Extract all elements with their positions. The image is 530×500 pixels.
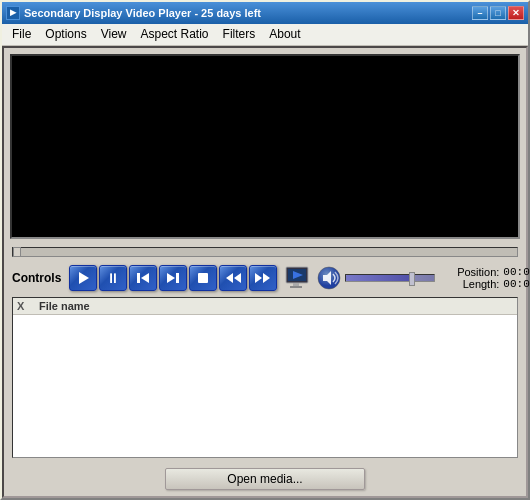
volume-slider-area <box>345 274 435 282</box>
title-bar-left: ▶ Secondary Display Video Player - 25 da… <box>6 6 261 20</box>
menu-about[interactable]: About <box>263 25 306 43</box>
monitor-icon[interactable] <box>285 265 313 291</box>
menu-bar: File Options View Aspect Ratio Filters A… <box>2 24 528 46</box>
volume-icon[interactable] <box>317 265 341 291</box>
stop-button[interactable] <box>189 265 217 291</box>
controls-section: Controls <box>4 261 526 295</box>
monitor-svg <box>285 266 313 290</box>
menu-view[interactable]: View <box>95 25 133 43</box>
svg-rect-2 <box>176 273 179 283</box>
volume-track[interactable] <box>345 274 435 282</box>
position-info: Position: 00:00:00.00 Length: 00:00:00.0… <box>439 266 530 290</box>
svg-marker-5 <box>234 273 241 283</box>
svg-marker-6 <box>255 273 262 283</box>
length-row: Length: 00:00:00.00 <box>439 278 530 290</box>
title-bar: ▶ Secondary Display Video Player - 25 da… <box>2 2 528 24</box>
open-media-button[interactable]: Open media... <box>165 468 365 490</box>
open-media-row: Open media... <box>4 464 526 496</box>
rewind-button[interactable] <box>219 265 247 291</box>
svg-marker-7 <box>263 273 270 283</box>
svg-rect-0 <box>137 273 140 283</box>
svg-rect-12 <box>290 286 302 288</box>
playlist-header: X File name <box>13 298 517 315</box>
playlist-area: X File name <box>12 297 518 458</box>
close-button[interactable]: ✕ <box>508 6 524 20</box>
menu-filters[interactable]: Filters <box>217 25 262 43</box>
prev-icon <box>135 270 151 286</box>
main-window: ▶ Secondary Display Video Player - 25 da… <box>0 0 530 500</box>
playlist-col-x-header: X <box>17 300 39 312</box>
forward-icon <box>254 270 272 286</box>
video-display <box>10 54 520 239</box>
playlist-col-name-header: File name <box>39 300 513 312</box>
prev-button[interactable] <box>129 265 157 291</box>
progress-track[interactable] <box>12 247 518 257</box>
position-row: Position: 00:00:00.00 <box>439 266 530 278</box>
next-button[interactable] <box>159 265 187 291</box>
controls-label: Controls <box>12 271 61 285</box>
forward-button[interactable] <box>249 265 277 291</box>
window-content: Controls <box>2 46 528 498</box>
window-title: Secondary Display Video Player - 25 days… <box>24 7 261 19</box>
menu-file[interactable]: File <box>6 25 37 43</box>
menu-options[interactable]: Options <box>39 25 92 43</box>
playlist-body <box>13 315 517 454</box>
pause-button[interactable] <box>99 265 127 291</box>
maximize-button[interactable]: □ <box>490 6 506 20</box>
length-label: Length: <box>439 278 499 290</box>
rewind-icon <box>224 270 242 286</box>
svg-marker-4 <box>226 273 233 283</box>
title-controls: – □ ✕ <box>472 6 524 20</box>
transport-buttons <box>69 265 277 291</box>
progress-area[interactable] <box>4 245 526 261</box>
position-label: Position: <box>439 266 499 278</box>
volume-handle[interactable] <box>409 272 415 286</box>
svg-rect-11 <box>293 283 299 286</box>
svg-marker-1 <box>141 273 149 283</box>
position-value: 00:00:00.00 <box>503 266 530 278</box>
progress-thumb[interactable] <box>13 247 21 257</box>
length-value: 00:00:00.00 <box>503 278 530 290</box>
svg-marker-3 <box>167 273 175 283</box>
speaker-icon <box>317 266 341 290</box>
next-icon <box>165 270 181 286</box>
menu-aspect-ratio[interactable]: Aspect Ratio <box>135 25 215 43</box>
app-icon: ▶ <box>6 6 20 20</box>
minimize-button[interactable]: – <box>472 6 488 20</box>
play-button[interactable] <box>69 265 97 291</box>
